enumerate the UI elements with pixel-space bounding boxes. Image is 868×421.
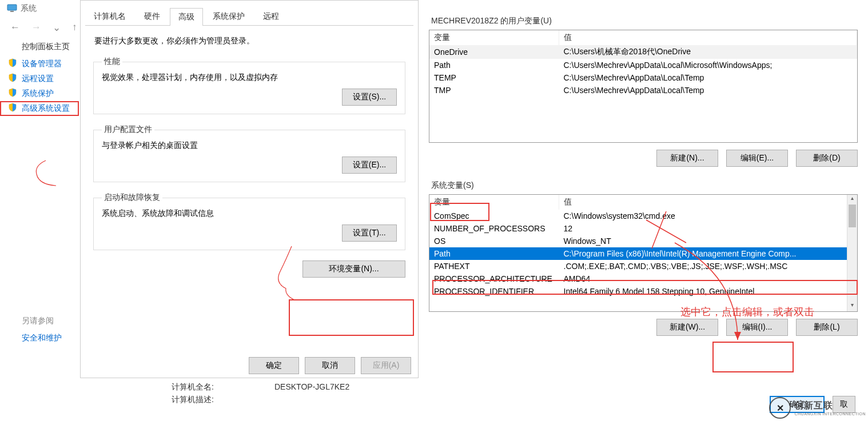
watermark-sub: CHUANGXIN INTERCONNECTION — [794, 412, 866, 416]
scroll-down-icon[interactable]: ▾ — [847, 302, 857, 311]
sys-new-button[interactable]: 新建(W)... — [656, 319, 718, 336]
computer-info: 计算机全名:DESKTOP-JGL7KE2 计算机描述: — [172, 380, 349, 407]
system-vars-table-wrap: 变量 值 ComSpecC:\Windows\system32\cmd.exeN… — [429, 194, 858, 312]
sidebar-link-1[interactable]: 远程设置 — [0, 71, 79, 86]
startup-settings-button[interactable]: 设置(T)... — [342, 224, 397, 242]
sys-var-row[interactable]: PATHEXT.COM;.EXE;.BAT;.CMD;.VBS;.VBE;.JS… — [429, 260, 857, 272]
tab-0[interactable]: 计算机名 — [85, 7, 134, 25]
var-name: PROCESSOR_ARCHITECTURE — [429, 272, 559, 285]
sidebar-link-2[interactable]: 系统保护 — [0, 86, 79, 101]
var-name: TEMP — [429, 71, 559, 84]
user-vars-title: MECHREV2018Z2 的用户变量(U) — [431, 16, 868, 26]
var-name: TMP — [429, 84, 559, 97]
user-vars-table-wrap: 变量 值 OneDriveC:\Users\机械革命2018代\OneDrive… — [429, 30, 858, 143]
sys-edit-button[interactable]: 编辑(I)... — [726, 319, 788, 336]
sidebar-title: 系统 — [21, 3, 37, 14]
sys-var-row[interactable]: ComSpecC:\Windows\system32\cmd.exe — [429, 210, 857, 222]
user-profile-legend: 用户配置文件 — [102, 125, 154, 135]
watermark-brand: 创新互联 — [794, 400, 866, 412]
tab-3[interactable]: 系统保护 — [204, 7, 253, 25]
col-variable-sys[interactable]: 变量 — [429, 195, 559, 210]
startup-legend: 启动和故障恢复 — [102, 193, 162, 203]
ok-button[interactable]: 确定 — [249, 357, 299, 374]
var-name: ComSpec — [429, 210, 559, 222]
watermark: ✕ 创新互联 CHUANGXIN INTERCONNECTION — [769, 397, 866, 419]
sys-var-row[interactable]: PathC:\Program Files (x86)\Intel\Intel(R… — [429, 247, 857, 260]
col-variable[interactable]: 变量 — [429, 30, 559, 45]
var-name: PROCESSOR_IDENTIFIER — [429, 285, 559, 298]
startup-group: 启动和故障恢复 系统启动、系统故障和调试信息 设置(T)... — [93, 193, 405, 250]
var-value: C:\Program Files (x86)\Intel\Intel(R) Ma… — [559, 247, 857, 260]
var-value: .COM;.EXE;.BAT;.CMD;.VBS;.VBE;.JS;.JSE;.… — [559, 260, 857, 272]
var-name: PATHEXT — [429, 260, 559, 272]
forward-icon: → — [31, 22, 41, 34]
scrollbar[interactable]: ▴ ▾ — [847, 195, 857, 311]
var-value: C:\Users\Mechrev\AppData\Local\Microsoft… — [559, 59, 857, 71]
user-new-button[interactable]: 新建(N)... — [656, 150, 718, 167]
performance-legend: 性能 — [102, 57, 122, 67]
cancel-button[interactable]: 取消 — [305, 357, 355, 374]
user-var-row[interactable]: TMPC:\Users\Mechrev\AppData\Local\Temp — [429, 84, 857, 97]
user-delete-button[interactable]: 删除(D) — [796, 150, 858, 167]
shield-icon — [8, 88, 17, 97]
col-value-sys[interactable]: 值 — [559, 195, 857, 210]
recent-dropdown-icon[interactable]: ⌄ — [53, 22, 61, 34]
var-name: OS — [429, 235, 559, 247]
full-name-label: 计算机全名: — [172, 382, 274, 392]
system-icon — [7, 4, 17, 14]
sidebar-link-label: 设备管理器 — [22, 59, 62, 68]
var-value: C:\Users\Mechrev\AppData\Local\Temp — [559, 84, 857, 97]
admin-note: 要进行大多数更改，你必须作为管理员登录。 — [94, 36, 405, 46]
shield-icon — [8, 58, 17, 67]
sidebar-link-0[interactable]: 设备管理器 — [0, 57, 79, 71]
performance-group: 性能 视觉效果，处理器计划，内存使用，以及虚拟内存 设置(S)... — [93, 57, 405, 114]
var-value: C:\Windows\system32\cmd.exe — [559, 210, 857, 222]
scroll-thumb[interactable] — [849, 205, 856, 227]
sidebar-home[interactable]: 控制面板主页 — [0, 35, 79, 57]
tab-2[interactable]: 高级 — [170, 8, 203, 26]
tab-1[interactable]: 硬件 — [136, 7, 169, 25]
system-properties-dialog: 计算机名硬件高级系统保护远程 要进行大多数更改，你必须作为管理员登录。 性能 视… — [80, 0, 419, 378]
startup-desc: 系统启动、系统故障和调试信息 — [102, 209, 397, 219]
environment-variables-dialog: MECHREV2018Z2 的用户变量(U) 变量 值 OneDriveC:\U… — [419, 0, 868, 421]
user-profile-settings-button[interactable]: 设置(E)... — [342, 157, 397, 174]
scroll-up-icon[interactable]: ▴ — [847, 195, 857, 205]
nav-arrows: ← → ⌄ ↑ — [0, 17, 79, 35]
system-vars-title: 系统变量(S) — [431, 181, 868, 191]
var-name: Path — [429, 247, 559, 260]
sys-var-row[interactable]: PROCESSOR_IDENTIFIERIntel64 Family 6 Mod… — [429, 285, 857, 298]
user-profile-desc: 与登录帐户相关的桌面设置 — [102, 141, 397, 151]
watermark-logo-icon: ✕ — [769, 397, 791, 419]
sys-var-row[interactable]: PROCESSOR_ARCHITECTUREAMD64 — [429, 272, 857, 285]
var-value: AMD64 — [559, 272, 857, 285]
sys-delete-button[interactable]: 删除(L) — [796, 319, 858, 336]
system-vars-table[interactable]: 变量 值 ComSpecC:\Windows\system32\cmd.exeN… — [429, 195, 857, 298]
performance-settings-button[interactable]: 设置(S)... — [342, 89, 397, 106]
user-var-row[interactable]: PathC:\Users\Mechrev\AppData\Local\Micro… — [429, 59, 857, 71]
var-name: Path — [429, 59, 559, 71]
user-var-row[interactable]: OneDriveC:\Users\机械革命2018代\OneDrive — [429, 45, 857, 59]
tab-4[interactable]: 远程 — [254, 7, 288, 25]
sidebar-link-label: 系统保护 — [22, 89, 54, 98]
col-value[interactable]: 值 — [559, 30, 857, 45]
sidebar-link-label: 高级系统设置 — [22, 103, 70, 113]
user-profile-group: 用户配置文件 与登录帐户相关的桌面设置 设置(E)... — [93, 125, 405, 182]
var-value: Intel64 Family 6 Model 158 Stepping 10, … — [559, 285, 857, 298]
sidebar-link-3[interactable]: 高级系统设置 — [0, 101, 79, 116]
back-icon[interactable]: ← — [10, 22, 20, 34]
shield-icon — [8, 103, 17, 112]
var-name: OneDrive — [429, 45, 559, 59]
control-panel-sidebar: 系统 ← → ⌄ ↑ 控制面板主页 设备管理器远程设置系统保护高级系统设置 另请… — [0, 0, 79, 421]
var-value: 12 — [559, 222, 857, 235]
user-var-row[interactable]: TEMPC:\Users\Mechrev\AppData\Local\Temp — [429, 71, 857, 84]
environment-variables-button[interactable]: 环境变量(N)... — [302, 260, 405, 278]
up-icon[interactable]: ↑ — [72, 22, 77, 34]
var-value: Windows_NT — [559, 235, 857, 247]
user-edit-button[interactable]: 编辑(E)... — [726, 150, 788, 167]
security-maintenance-link[interactable]: 安全和维护 — [0, 331, 79, 346]
sys-var-row[interactable]: OSWindows_NT — [429, 235, 857, 247]
user-vars-table[interactable]: 变量 值 OneDriveC:\Users\机械革命2018代\OneDrive… — [429, 30, 857, 97]
full-name-value: DESKTOP-JGL7KE2 — [274, 382, 349, 392]
sys-var-row[interactable]: NUMBER_OF_PROCESSORS12 — [429, 222, 857, 235]
var-value: C:\Users\机械革命2018代\OneDrive — [559, 45, 857, 59]
